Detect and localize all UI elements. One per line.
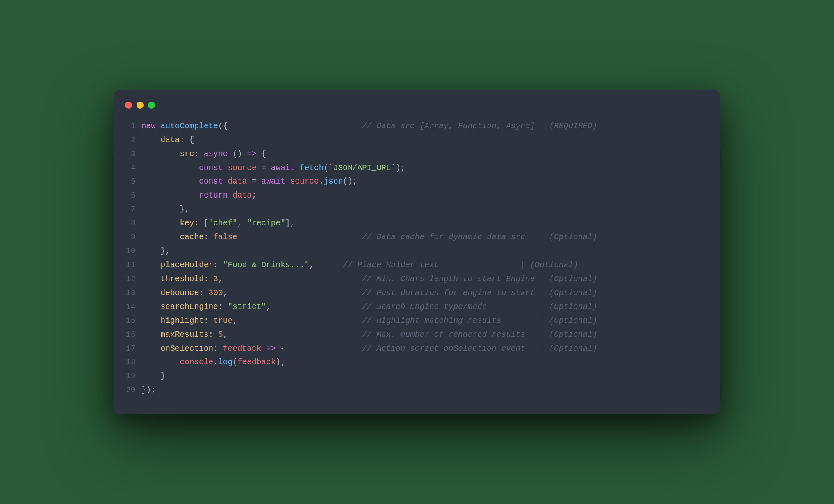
code-content: },: [141, 203, 706, 217]
line-number: 11: [125, 259, 136, 272]
code-content: },: [141, 245, 706, 259]
line-number: 16: [125, 328, 136, 342]
code-line: 1new autoComplete({ // Data src [Array, …: [125, 120, 706, 134]
code-line: 18 console.log(feedback);: [125, 356, 706, 370]
line-number: 5: [125, 175, 136, 189]
code-line: 15 highlight: true, // Highlight matchin…: [125, 314, 706, 328]
code-comment: // Min. Chars length to start Engine | (…: [362, 275, 597, 284]
code-line: 19 }: [125, 370, 706, 384]
line-number: 9: [125, 231, 136, 245]
line-number: 7: [125, 203, 136, 217]
code-comment: // Data cache for dynamic data src | (Op…: [362, 233, 597, 242]
code-content: console.log(feedback);: [141, 356, 706, 370]
code-line: 11 placeHolder: "Food & Drinks...", // P…: [125, 259, 706, 272]
line-number: 15: [125, 314, 136, 328]
code-line: 5 const data = await source.json();: [125, 175, 706, 189]
zoom-icon[interactable]: [148, 102, 155, 109]
code-content: const data = await source.json();: [141, 175, 706, 189]
close-icon[interactable]: [125, 102, 132, 109]
code-content: new autoComplete({ // Data src [Array, F…: [141, 120, 706, 134]
code-line: 7 },: [125, 203, 706, 217]
code-content: maxResults: 5, // Max. number of rendere…: [141, 328, 706, 342]
window-titlebar: [114, 90, 720, 111]
line-number: 8: [125, 217, 136, 231]
line-number: 18: [125, 356, 136, 370]
code-content: placeHolder: "Food & Drinks...", // Plac…: [141, 259, 706, 272]
code-line: 3 src: async () => {: [125, 148, 706, 161]
line-number: 1: [125, 120, 136, 134]
code-content: threshold: 3, // Min. Chars length to st…: [141, 272, 706, 286]
code-comment: // Max. number of rendered results | (Op…: [362, 330, 597, 339]
code-window: 1new autoComplete({ // Data src [Array, …: [114, 90, 720, 414]
line-number: 17: [125, 342, 136, 356]
code-content: searchEngine: "strict", // Search Engine…: [141, 300, 706, 314]
code-line: 10 },: [125, 245, 706, 259]
code-line: 4 const source = await fetch(`JSON/API_U…: [125, 161, 706, 175]
line-number: 12: [125, 272, 136, 286]
code-content: return data;: [141, 189, 706, 203]
line-number: 20: [125, 384, 136, 397]
code-content: key: ["chef", "recipe"],: [141, 217, 706, 231]
line-number: 14: [125, 300, 136, 314]
code-content: const source = await fetch(`JSON/API_URL…: [141, 161, 706, 175]
code-line: 13 debounce: 300, // Post duration for e…: [125, 286, 706, 300]
line-number: 10: [125, 245, 136, 259]
code-content: debounce: 300, // Post duration for engi…: [141, 286, 706, 300]
line-number: 3: [125, 148, 136, 161]
code-line: 2 data: {: [125, 134, 706, 148]
code-line: 12 threshold: 3, // Min. Chars length to…: [125, 272, 706, 286]
code-comment: // Highlight matching results | (Optiona…: [362, 316, 597, 325]
code-line: 14 searchEngine: "strict", // Search Eng…: [125, 300, 706, 314]
code-editor[interactable]: 1new autoComplete({ // Data src [Array, …: [114, 111, 720, 414]
code-line: 20});: [125, 384, 706, 397]
code-comment: // Place Holder text | (Optional): [343, 261, 578, 270]
minimize-icon[interactable]: [137, 102, 144, 109]
code-line: 9 cache: false // Data cache for dynamic…: [125, 231, 706, 245]
line-number: 2: [125, 134, 136, 148]
code-comment: // Post duration for engine to start | (…: [362, 288, 597, 297]
code-comment: // Action script onSelection event | (Op…: [362, 344, 597, 353]
code-comment: // Data src [Array, Function, Async] | (…: [362, 122, 597, 131]
code-content: cache: false // Data cache for dynamic d…: [141, 231, 706, 245]
line-number: 19: [125, 370, 136, 384]
line-number: 6: [125, 189, 136, 203]
code-content: data: {: [141, 134, 706, 148]
code-line: 8 key: ["chef", "recipe"],: [125, 217, 706, 231]
code-content: highlight: true, // Highlight matching r…: [141, 314, 706, 328]
code-line: 16 maxResults: 5, // Max. number of rend…: [125, 328, 706, 342]
code-line: 6 return data;: [125, 189, 706, 203]
code-content: src: async () => {: [141, 148, 706, 161]
code-comment: // Search Engine type/mode | (Optional): [362, 302, 597, 311]
line-number: 4: [125, 161, 136, 175]
code-content: }: [141, 370, 706, 384]
line-number: 13: [125, 286, 136, 300]
code-line: 17 onSelection: feedback => { // Action …: [125, 342, 706, 356]
code-content: onSelection: feedback => { // Action scr…: [141, 342, 706, 356]
code-content: });: [141, 384, 706, 397]
